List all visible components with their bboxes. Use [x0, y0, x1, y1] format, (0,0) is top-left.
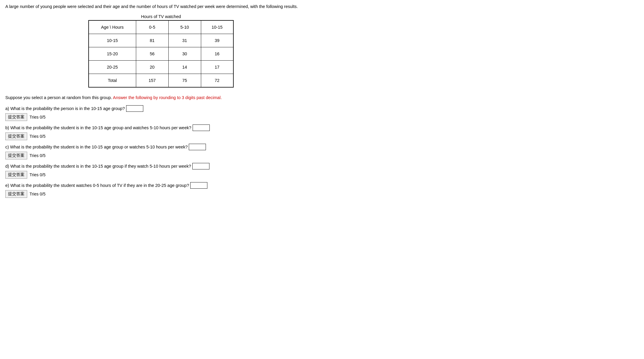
question-text-e: e) What is the probability the student w…: [5, 183, 189, 188]
tries-text-a: Tries 0/5: [30, 115, 45, 119]
question-text-b: b) What is the probability the student i…: [5, 125, 191, 130]
answer-input-e[interactable]: [190, 182, 207, 189]
question-block-a: a) What is the probability the person is…: [5, 105, 317, 121]
question-text-a: a) What is the probability the person is…: [5, 106, 125, 111]
question-block-c: c) What is the probability the student i…: [5, 144, 317, 159]
questions-container: a) What is the probability the person is…: [5, 105, 317, 198]
table-header-age-hours: Age \ Hours: [89, 20, 136, 34]
suppose-paragraph: Suppose you select a person at random fr…: [5, 95, 317, 101]
suppose-static: Suppose you select a person at random fr…: [5, 95, 112, 100]
table-row-label-2: 20-25: [89, 60, 136, 74]
submit-button-d[interactable]: 提交答案: [5, 171, 27, 179]
table-cell-1-1: 30: [168, 47, 201, 60]
submit-row-d: 提交答案Tries 0/5: [5, 171, 317, 179]
tries-text-c: Tries 0/5: [30, 153, 45, 158]
table-row-label-0: 10-15: [89, 34, 136, 47]
answer-input-c[interactable]: [189, 144, 206, 150]
table-cell-1-2: 16: [201, 47, 233, 60]
tries-text-b: Tries 0/5: [30, 134, 45, 139]
question-line-b: b) What is the probability the student i…: [5, 124, 317, 131]
intro-paragraph: A large number of young people were sele…: [5, 4, 317, 10]
table-cell-2-2: 17: [201, 60, 233, 74]
table-header-10-15: 10-15: [201, 20, 233, 34]
submit-button-e[interactable]: 提交答案: [5, 190, 27, 198]
submit-button-a[interactable]: 提交答案: [5, 113, 27, 121]
question-line-a: a) What is the probability the person is…: [5, 105, 317, 112]
table-cell-2-1: 14: [168, 60, 201, 74]
question-block-d: d) What is the probability the student i…: [5, 163, 317, 179]
submit-row-a: 提交答案Tries 0/5: [5, 113, 317, 121]
table-row-label-3: Total: [89, 74, 136, 87]
table-cell-0-1: 31: [168, 34, 201, 47]
table-cell-0-2: 39: [201, 34, 233, 47]
submit-row-e: 提交答案Tries 0/5: [5, 190, 317, 198]
table-cell-2-0: 20: [136, 60, 168, 74]
tries-text-e: Tries 0/5: [30, 192, 45, 196]
question-line-c: c) What is the probability the student i…: [5, 144, 317, 150]
data-table: Age \ Hours 0-5 5-10 10-15 10-1581313915…: [88, 20, 234, 88]
answer-input-b[interactable]: [193, 124, 210, 131]
table-cell-3-0: 157: [136, 74, 168, 87]
suppose-red-text: Answer the following by rounding to 3 di…: [113, 95, 222, 100]
table-row-label-1: 15-20: [89, 47, 136, 60]
submit-row-c: 提交答案Tries 0/5: [5, 152, 317, 159]
table-header-0-5: 0-5: [136, 20, 168, 34]
submit-row-b: 提交答案Tries 0/5: [5, 132, 317, 140]
answer-input-d[interactable]: [192, 163, 209, 169]
question-block-b: b) What is the probability the student i…: [5, 124, 317, 140]
question-line-e: e) What is the probability the student w…: [5, 182, 317, 189]
table-cell-0-0: 81: [136, 34, 168, 47]
tries-text-d: Tries 0/5: [30, 172, 45, 177]
table-cell-3-1: 75: [168, 74, 201, 87]
table-cell-1-0: 56: [136, 47, 168, 60]
question-block-e: e) What is the probability the student w…: [5, 182, 317, 198]
question-text-d: d) What is the probability the student i…: [5, 164, 191, 169]
table-title: Hours of TV watched: [5, 14, 317, 19]
table-section: Hours of TV watched Age \ Hours 0-5 5-10…: [5, 14, 317, 88]
question-text-c: c) What is the probability the student i…: [5, 145, 188, 149]
submit-button-b[interactable]: 提交答案: [5, 132, 27, 140]
table-cell-3-2: 72: [201, 74, 233, 87]
table-header-5-10: 5-10: [168, 20, 201, 34]
answer-input-a[interactable]: [126, 105, 143, 112]
submit-button-c[interactable]: 提交答案: [5, 152, 27, 159]
question-line-d: d) What is the probability the student i…: [5, 163, 317, 169]
